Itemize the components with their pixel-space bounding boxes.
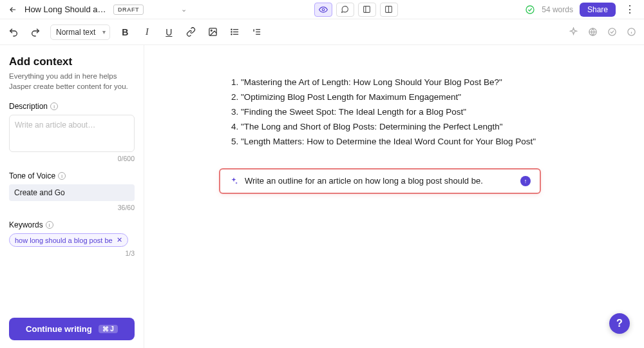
list-item[interactable]: "The Long and Short of Blog Posts: Deter… [241, 121, 605, 134]
list-item[interactable]: "Finding the Sweet Spot: The Ideal Lengt… [241, 106, 605, 119]
svg-rect-1 [364, 6, 370, 13]
sparkle-icon [229, 177, 238, 186]
italic-button[interactable]: I [140, 25, 154, 39]
list-item[interactable]: "Mastering the Art of Length: How Long S… [241, 76, 605, 90]
panel-toggle-1[interactable] [358, 3, 376, 17]
ai-prompt-text: Write an outline for an article on how l… [245, 176, 514, 186]
description-input[interactable] [9, 115, 135, 152]
more-menu[interactable]: ⋮ [622, 3, 638, 15]
tone-label: Tone of Voice i [9, 171, 135, 180]
panel-toggle-2[interactable] [380, 3, 398, 17]
back-button[interactable] [6, 5, 19, 14]
draft-badge: DRAFT [113, 5, 144, 15]
undo-button[interactable] [6, 25, 21, 39]
continue-writing-button[interactable]: Continue writing ⌘ J [9, 318, 135, 340]
keywords-counter: 1/3 [9, 249, 135, 257]
status-check-icon [525, 5, 535, 15]
remove-keyword-icon[interactable]: ✕ [117, 236, 122, 244]
chat-toggle[interactable] [336, 3, 354, 17]
info-icon[interactable]: i [46, 221, 53, 229]
document-title[interactable]: How Long Should a Bl… [24, 5, 108, 14]
help-fab[interactable]: ? [609, 313, 630, 334]
tone-input[interactable] [9, 184, 135, 201]
numbered-list-button[interactable] [249, 25, 263, 39]
tone-counter: 36/60 [9, 204, 135, 211]
submit-prompt-badge[interactable]: ↑ [520, 176, 531, 186]
title-dropdown[interactable]: ⌄ [181, 5, 187, 14]
info-icon[interactable]: i [50, 102, 58, 110]
keyboard-hint: ⌘ J [99, 325, 118, 333]
text-style-select[interactable]: Normal text [50, 24, 110, 40]
svg-point-9 [231, 29, 232, 30]
ai-prompt-box[interactable]: Write an outline for an article on how l… [219, 168, 541, 194]
description-label: Description i [9, 102, 135, 111]
word-count: 54 words [542, 5, 573, 14]
globe-icon[interactable] [586, 26, 599, 39]
share-button[interactable]: Share [580, 3, 616, 17]
list-item[interactable]: "Length Matters: How to Determine the Id… [241, 135, 605, 149]
preview-toggle[interactable] [314, 3, 332, 17]
redo-button[interactable] [28, 25, 43, 39]
svg-point-0 [322, 8, 325, 11]
svg-point-5 [211, 30, 212, 31]
editor-canvas[interactable]: "Mastering the Art of Length: How Long S… [144, 45, 644, 348]
svg-point-11 [231, 34, 232, 35]
link-button[interactable] [184, 25, 198, 39]
format-toolbar: Normal text B I U [0, 19, 644, 45]
info-icon[interactable]: i [58, 172, 66, 180]
check-icon[interactable] [605, 26, 618, 39]
description-counter: 0/600 [9, 155, 135, 162]
ai-icon[interactable] [567, 26, 580, 39]
ordered-list[interactable]: "Mastering the Art of Length: How Long S… [228, 76, 605, 149]
keyword-chip-label: how long should a blog post be [15, 237, 113, 244]
continue-writing-label: Continue writing [26, 324, 92, 334]
info-toolbar-icon[interactable] [625, 26, 638, 39]
svg-point-3 [526, 6, 534, 14]
text-style-label: Normal text [56, 28, 95, 37]
svg-point-10 [231, 32, 232, 32]
bullet-list-button[interactable] [227, 25, 242, 39]
svg-point-16 [608, 28, 615, 35]
bold-button[interactable]: B [118, 25, 132, 39]
sidebar-subtitle: Everything you add in here helps Jasper … [9, 71, 135, 92]
list-item[interactable]: "Optimizing Blog Post Length for Maximum… [241, 91, 605, 104]
sidebar-title: Add context [9, 55, 135, 68]
keyword-chip[interactable]: how long should a blog post be ✕ [9, 233, 128, 247]
context-sidebar: Add context Everything you add in here h… [0, 45, 144, 348]
underline-button[interactable]: U [162, 25, 176, 39]
image-button[interactable] [205, 25, 220, 39]
keywords-label: Keywords i [9, 220, 135, 229]
top-header: How Long Should a Bl… DRAFT ⌄ 54 words S… [0, 0, 644, 19]
